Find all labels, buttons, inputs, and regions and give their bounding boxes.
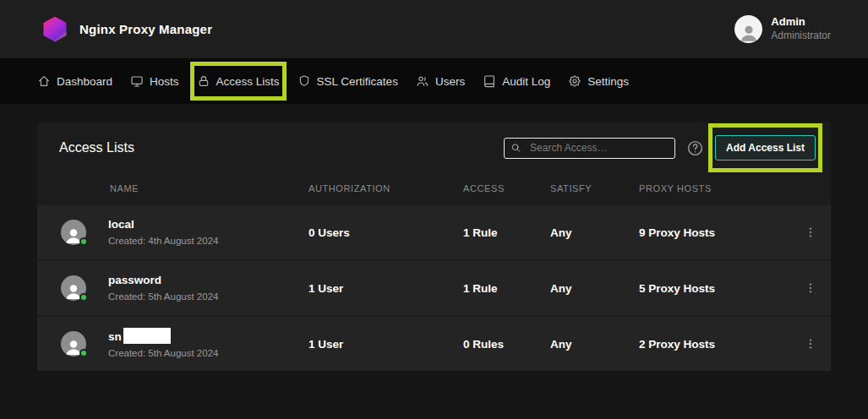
nav-item-settings[interactable]: Settings — [568, 74, 629, 88]
table-row-redacted[interactable]: sn Created: 5th August 2024 1 User 0 Rul… — [37, 315, 831, 371]
column-header-satisfy: SATISFY — [550, 183, 639, 193]
search-box — [504, 138, 675, 159]
help-icon — [686, 139, 704, 157]
access-cell: 1 Rule — [463, 282, 550, 295]
nav-item-dashboard[interactable]: Dashboard — [37, 74, 112, 88]
access-list-name: sn — [108, 328, 218, 345]
column-header-authorization: AUTHORIZATION — [308, 183, 463, 193]
authorization-cell: 1 User — [308, 338, 463, 351]
nav-item-label: Access Lists — [216, 75, 280, 88]
users-icon — [416, 74, 429, 88]
user-role: Administrator — [771, 30, 831, 43]
nav-item-label: SSL Certificates — [317, 75, 398, 88]
satisfy-cell: Any — [550, 282, 639, 295]
column-header-proxy-hosts: PROXY HOSTS — [639, 183, 802, 193]
nav-item-audit-log[interactable]: Audit Log — [483, 74, 550, 88]
avatar — [61, 331, 86, 356]
kebab-icon — [804, 337, 817, 351]
created-date: Created: 5th August 2024 — [108, 291, 218, 302]
status-dot — [79, 293, 88, 302]
kebab-icon — [804, 281, 817, 295]
nav-item-label: Settings — [587, 75, 629, 88]
book-icon — [483, 74, 496, 88]
created-date: Created: 4th August 2024 — [108, 235, 218, 247]
status-dot — [79, 349, 88, 357]
proxy-hosts-cell: 5 Proxy Hosts — [639, 282, 802, 295]
column-header-name: NAME — [61, 183, 308, 193]
access-lists-table: NAME AUTHORIZATION ACCESS SATISFY PROXY … — [37, 173, 831, 371]
user-menu[interactable]: Admin Administrator — [734, 15, 831, 43]
search-input[interactable] — [504, 138, 675, 159]
nav-item-label: Audit Log — [502, 75, 550, 88]
row-menu-button[interactable] — [802, 224, 819, 241]
app-header: Nginx Proxy Manager Admin Administrator — [0, 0, 868, 58]
card-header-actions: Add Access List — [504, 135, 816, 161]
main-nav: Dashboard Hosts Access Lists SSL Certifi… — [0, 58, 868, 104]
status-dot — [79, 237, 88, 246]
lock-icon — [197, 74, 210, 88]
access-cell: 1 Rule — [463, 226, 550, 239]
brand[interactable]: Nginx Proxy Manager — [42, 17, 212, 42]
search-icon — [510, 143, 521, 154]
kebab-icon — [804, 226, 817, 239]
user-name: Admin — [771, 15, 831, 30]
table-header-row: NAME AUTHORIZATION ACCESS SATISFY PROXY … — [37, 173, 831, 204]
table-row-local[interactable]: local Created: 4th August 2024 0 Users 1… — [37, 204, 831, 259]
row-menu-button[interactable] — [802, 335, 819, 352]
nav-item-label: Hosts — [150, 75, 179, 88]
nav-item-users[interactable]: Users — [416, 74, 465, 88]
proxy-hosts-cell: 2 Proxy Hosts — [639, 338, 802, 351]
access-cell: 0 Rules — [463, 338, 550, 351]
person-icon — [738, 21, 760, 43]
help-button[interactable] — [686, 139, 704, 157]
monitor-icon — [130, 74, 144, 88]
nav-item-access-lists[interactable]: Access Lists — [197, 74, 280, 88]
app-logo-icon — [42, 17, 68, 42]
nav-item-ssl-certificates[interactable]: SSL Certificates — [298, 74, 398, 88]
access-list-name: local — [108, 218, 218, 232]
access-lists-card: Access Lists Add Access List — [37, 122, 831, 371]
created-date: Created: 5th August 2024 — [108, 347, 218, 359]
home-icon — [37, 74, 51, 88]
shield-icon — [298, 74, 311, 88]
user-avatar — [734, 15, 762, 43]
nav-item-label: Users — [435, 75, 465, 88]
nav-item-label: Dashboard — [57, 75, 112, 88]
column-header-access: ACCESS — [463, 183, 550, 193]
access-list-name: password — [108, 274, 218, 288]
row-menu-button[interactable] — [802, 280, 819, 297]
add-access-list-label: Add Access List — [726, 142, 805, 154]
avatar — [61, 220, 86, 245]
nav-item-hosts[interactable]: Hosts — [130, 74, 179, 88]
avatar — [61, 275, 86, 301]
redaction-box — [123, 328, 171, 344]
satisfy-cell: Any — [550, 338, 639, 351]
gear-icon — [568, 74, 581, 88]
main-content: Access Lists Add Access List — [0, 104, 868, 371]
authorization-cell: 1 User — [308, 282, 463, 295]
app-screen: Nginx Proxy Manager Admin Administrator … — [0, 0, 868, 419]
proxy-hosts-cell: 9 Proxy Hosts — [639, 226, 802, 239]
add-access-list-button[interactable]: Add Access List — [715, 135, 816, 161]
satisfy-cell: Any — [550, 226, 639, 239]
table-row-password[interactable]: password Created: 5th August 2024 1 User… — [37, 259, 831, 315]
authorization-cell: 0 Users — [308, 226, 463, 239]
app-title: Nginx Proxy Manager — [79, 22, 212, 36]
page-title: Access Lists — [59, 140, 134, 155]
card-header: Access Lists Add Access List — [37, 122, 831, 173]
